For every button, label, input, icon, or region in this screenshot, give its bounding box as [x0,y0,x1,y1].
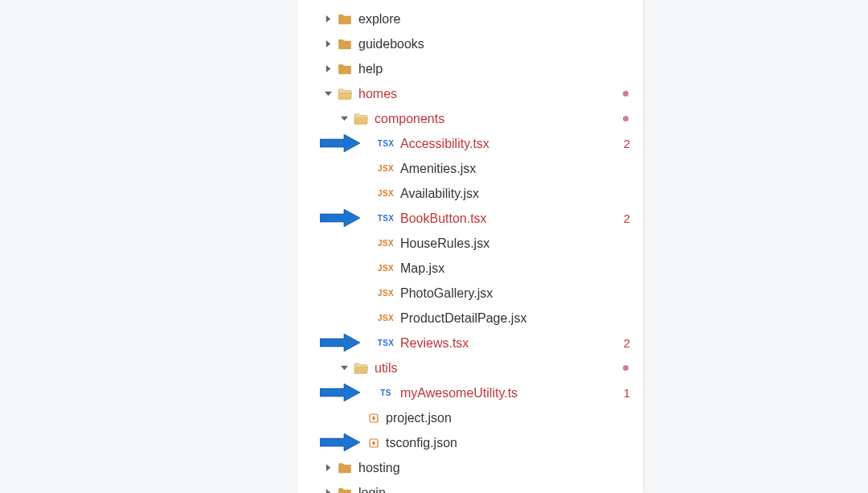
modification-count-badge: 2 [624,336,630,350]
tree-item[interactable]: JSXMap.jsx [297,256,643,281]
chevron-right-icon[interactable] [323,39,333,49]
tree-item[interactable]: project.json [297,405,643,430]
tree-item-label: help [358,62,643,76]
tree-item-label: ProductDetailPage.jsx [400,311,643,326]
tree-item[interactable]: JSXHouseRules.jsx [297,231,643,256]
tree-item-label: PhotoGallery.jsx [400,286,643,301]
tree-item[interactable]: tsconfig.json [297,430,643,455]
tsx-file-icon: TSX [378,214,394,223]
ts-file-icon: TS [378,388,394,397]
tree-item-label: explore [358,12,643,27]
chevron-down-icon[interactable] [323,89,333,99]
folder-open-icon [354,113,368,125]
folder-icon [338,14,352,25]
modified-dot-icon [623,91,628,97]
tree-item[interactable]: TSmyAwesomeUtility.ts1 [297,380,643,405]
json-file-icon [368,438,379,449]
modification-count-badge: 2 [624,212,630,225]
tree-item-label: Amenities.jsx [400,162,643,176]
folder-icon [338,487,352,494]
chevron-right-icon[interactable] [323,488,333,494]
folder-icon [338,39,352,50]
tree-item[interactable]: TSXBookButton.tsx2 [297,206,643,231]
folder-icon [338,462,352,474]
tree-item-label: HouseRules.jsx [400,236,643,251]
tsx-file-icon: TSX [378,139,394,148]
tree-item-label: Accessibility.tsx [400,137,643,151]
tree-item-label: Reviews.tsx [400,336,643,351]
tree-item-label: project.json [386,411,643,425]
folder-icon [338,64,352,75]
tree-item-label: login [358,486,643,494]
modified-dot-icon [623,116,628,121]
tree-item[interactable]: TSXReviews.tsx2 [297,331,643,355]
tree-item[interactable]: hosting [297,455,643,480]
tree-item-label: guidebooks [358,37,643,51]
tree-item[interactable]: help [297,56,643,81]
jsx-file-icon: JSX [378,164,394,173]
file-tree: exploreguidebookshelphomescomponentsTSXA… [297,6,643,493]
tree-item[interactable]: homes [297,81,643,106]
chevron-down-icon[interactable] [339,364,349,373]
folder-open-icon [338,88,352,100]
tree-item[interactable]: login [297,480,643,493]
tree-item[interactable]: JSXAvailability.jsx [297,181,643,206]
tree-item-label: utils [375,361,643,376]
tsx-file-icon: TSX [378,339,394,347]
json-file-icon [368,413,379,424]
chevron-right-icon[interactable] [323,64,333,74]
file-explorer-panel: exploreguidebookshelphomescomponentsTSXA… [297,0,643,493]
tree-item[interactable]: TSXAccessibility.tsx2 [297,131,643,156]
modification-count-badge: 2 [624,137,630,150]
chevron-right-icon[interactable] [323,463,333,473]
tree-item[interactable]: JSXPhotoGallery.jsx [297,281,643,306]
tree-item-label: Availability.jsx [400,187,643,201]
modification-count-badge: 1 [624,386,630,400]
jsx-file-icon: JSX [378,189,394,198]
tree-item-label: BookButton.tsx [400,212,643,226]
tree-item-label: tsconfig.json [386,436,643,450]
tree-item[interactable]: explore [297,6,643,31]
chevron-right-icon[interactable] [323,14,333,24]
tree-item[interactable]: JSXProductDetailPage.jsx [297,306,643,331]
tree-item[interactable]: JSXAmenities.jsx [297,156,643,181]
jsx-file-icon: JSX [378,314,394,323]
jsx-file-icon: JSX [378,239,394,248]
tree-item[interactable]: guidebooks [297,31,643,56]
tree-item-label: components [375,112,643,126]
tree-item-label: hosting [358,461,643,475]
tree-item-label: myAwesomeUtility.ts [400,386,643,401]
tree-item[interactable]: components [297,106,643,131]
chevron-down-icon[interactable] [339,114,349,124]
jsx-file-icon: JSX [378,264,394,273]
jsx-file-icon: JSX [378,289,394,298]
modified-dot-icon [623,365,628,371]
tree-item[interactable]: utils [297,355,643,380]
tree-item-label: Map.jsx [400,261,643,276]
folder-open-icon [354,363,368,374]
tree-item-label: homes [358,87,643,101]
